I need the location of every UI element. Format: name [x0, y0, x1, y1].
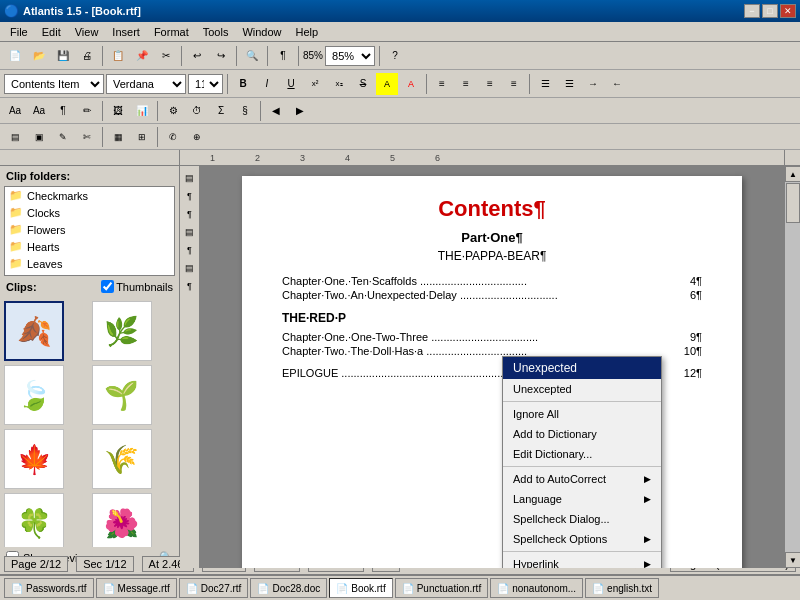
zoom-select[interactable]: 85% 100%: [325, 46, 375, 66]
special7[interactable]: ⏱: [186, 100, 208, 122]
list-button[interactable]: ☰: [534, 73, 556, 95]
ctx-item-add-dictionary[interactable]: Add to Dictionary: [503, 424, 661, 444]
special5[interactable]: 📊: [131, 100, 153, 122]
ft8[interactable]: ⊕: [186, 126, 208, 148]
folder-clocks[interactable]: 📁 Clocks: [5, 204, 174, 221]
taskbar-message[interactable]: 📄 Message.rtf: [96, 578, 177, 598]
special2[interactable]: Aa: [28, 100, 50, 122]
new-button[interactable]: 📄: [4, 45, 26, 67]
style-select[interactable]: Contents Item: [4, 74, 104, 94]
ft2[interactable]: ▣: [28, 126, 50, 148]
menu-format[interactable]: Format: [148, 24, 195, 40]
menu-window[interactable]: Window: [236, 24, 287, 40]
vt-5[interactable]: ¶: [182, 242, 198, 258]
numlist-button[interactable]: ☰: [558, 73, 580, 95]
outdent-button[interactable]: ←: [606, 73, 628, 95]
ctx-item-spellcheck-options[interactable]: Spellcheck Options ▶: [503, 529, 661, 549]
scroll-track[interactable]: [785, 182, 800, 552]
folder-checkmarks[interactable]: 📁 Checkmarks: [5, 187, 174, 204]
vt-1[interactable]: ▤: [182, 170, 198, 186]
clip-item-leaf1[interactable]: 🍂: [4, 301, 64, 361]
taskbar-doc28[interactable]: 📄 Doc28.doc: [250, 578, 327, 598]
taskbar-english[interactable]: 📄 english.txt: [585, 578, 659, 598]
ft7[interactable]: ✆: [162, 126, 184, 148]
scroll-thumb[interactable]: [786, 183, 800, 223]
scroll-down-button[interactable]: ▼: [785, 552, 800, 568]
align-right-button[interactable]: ≡: [479, 73, 501, 95]
clip-item-leaf6[interactable]: 🌾: [92, 429, 152, 489]
scroll-up-button[interactable]: ▲: [785, 166, 800, 182]
close-button[interactable]: ✕: [780, 4, 796, 18]
folder-hearts[interactable]: 📁 Hearts: [5, 238, 174, 255]
folder-leaves[interactable]: 📁 Leaves: [5, 255, 174, 272]
nav-back[interactable]: ◀: [265, 100, 287, 122]
special1[interactable]: Aa: [4, 100, 26, 122]
nav-fwd[interactable]: ▶: [289, 100, 311, 122]
ctx-item-language[interactable]: Language ▶: [503, 489, 661, 509]
vt-6[interactable]: ▤: [182, 260, 198, 276]
align-justify-button[interactable]: ≡: [503, 73, 525, 95]
vt-4[interactable]: ▤: [182, 224, 198, 240]
special3[interactable]: ¶: [52, 100, 74, 122]
ft1[interactable]: ▤: [4, 126, 26, 148]
italic-button[interactable]: I: [256, 73, 278, 95]
print-button[interactable]: 🖨: [76, 45, 98, 67]
open-button[interactable]: 📂: [28, 45, 50, 67]
vt-2[interactable]: ¶: [182, 188, 198, 204]
menu-tools[interactable]: Tools: [197, 24, 235, 40]
indent-button[interactable]: →: [582, 73, 604, 95]
taskbar-nonautonom[interactable]: 📄 nonautonom...: [490, 578, 583, 598]
clip-item-leaf5[interactable]: 🍁: [4, 429, 64, 489]
size-select[interactable]: 11: [188, 74, 223, 94]
ctx-item-autocorrect[interactable]: Add to AutoCorrect ▶: [503, 469, 661, 489]
help-button[interactable]: ?: [384, 45, 406, 67]
vertical-scrollbar[interactable]: ▲ ▼: [784, 166, 800, 568]
menu-file[interactable]: File: [4, 24, 34, 40]
special9[interactable]: §: [234, 100, 256, 122]
pilcrow-button[interactable]: ¶: [272, 45, 294, 67]
vt-3[interactable]: ¶: [182, 206, 198, 222]
align-left-button[interactable]: ≡: [431, 73, 453, 95]
taskbar-passwords[interactable]: 📄 Passwords.rtf: [4, 578, 94, 598]
document-scroll[interactable]: Contents¶ Part·One¶ THE·PAPPA-BEAR¶ Chap…: [200, 166, 784, 568]
clip-item-leaf2[interactable]: 🌿: [92, 301, 152, 361]
highlight-button[interactable]: A: [376, 73, 398, 95]
strikethrough-button[interactable]: S: [352, 73, 374, 95]
font-select[interactable]: Verdana: [106, 74, 186, 94]
redo-button[interactable]: ↪: [210, 45, 232, 67]
clip-item-leaf3[interactable]: 🍃: [4, 365, 64, 425]
ctx-item-unexpected[interactable]: Unexpected: [503, 357, 661, 379]
menu-insert[interactable]: Insert: [106, 24, 146, 40]
save-button[interactable]: 💾: [52, 45, 74, 67]
ctx-item-edit-dictionary[interactable]: Edit Dictionary...: [503, 444, 661, 464]
ctx-item-unexcepted[interactable]: Unexcepted: [503, 379, 661, 399]
folder-flowers[interactable]: 📁 Flowers: [5, 221, 174, 238]
special6[interactable]: ⚙: [162, 100, 184, 122]
special4[interactable]: ✏: [76, 100, 98, 122]
cut-button[interactable]: ✂: [155, 45, 177, 67]
copy-button[interactable]: 📋: [107, 45, 129, 67]
minimize-button[interactable]: −: [744, 4, 760, 18]
paste-button[interactable]: 📌: [131, 45, 153, 67]
insert-img[interactable]: 🖼: [107, 100, 129, 122]
find-button[interactable]: 🔍: [241, 45, 263, 67]
clip-item-leaf8[interactable]: 🌺: [92, 493, 152, 547]
vt-7[interactable]: ¶: [182, 278, 198, 294]
thumbnails-label[interactable]: Thumbnails: [101, 280, 173, 293]
ft5[interactable]: ▦: [107, 126, 129, 148]
superscript-button[interactable]: x²: [304, 73, 326, 95]
clip-item-leaf4[interactable]: 🌱: [92, 365, 152, 425]
ctx-item-ignore-all[interactable]: Ignore All: [503, 404, 661, 424]
clip-item-leaf7[interactable]: 🍀: [4, 493, 64, 547]
underline-button[interactable]: U: [280, 73, 302, 95]
ctx-item-spellcheck-dialog[interactable]: Spellcheck Dialog...: [503, 509, 661, 529]
taskbar-doc27[interactable]: 📄 Doc27.rtf: [179, 578, 249, 598]
menu-view[interactable]: View: [69, 24, 105, 40]
bold-button[interactable]: B: [232, 73, 254, 95]
menu-edit[interactable]: Edit: [36, 24, 67, 40]
folder-list[interactable]: 📁 Checkmarks 📁 Clocks 📁 Flowers 📁 Hearts…: [4, 186, 175, 276]
maximize-button[interactable]: □: [762, 4, 778, 18]
align-center-button[interactable]: ≡: [455, 73, 477, 95]
ft6[interactable]: ⊞: [131, 126, 153, 148]
fontcolor-button[interactable]: A: [400, 73, 422, 95]
